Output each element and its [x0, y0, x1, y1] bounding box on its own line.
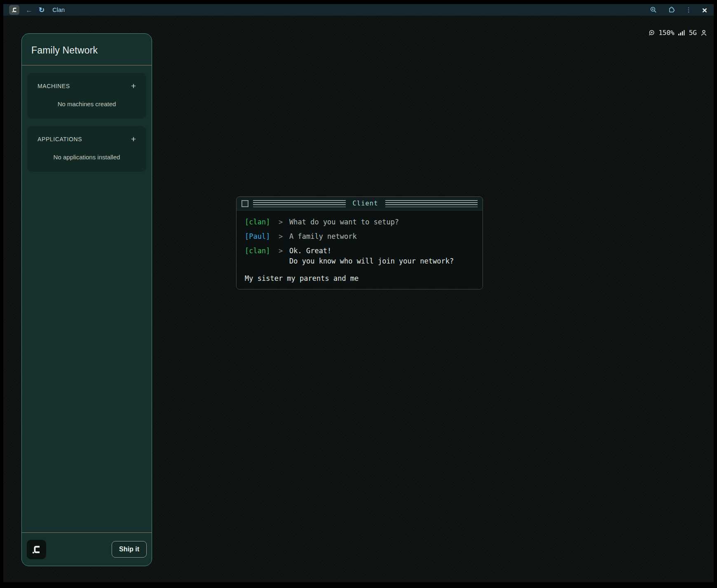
clan-logo-icon: [31, 544, 42, 555]
titlebar-stripes-left: [253, 200, 346, 207]
app-window: ← ↻ Clan ⋮ × 150%: [0, 0, 717, 588]
terminal-title: Client: [350, 200, 381, 207]
machines-section: MACHINES + No machines created: [27, 73, 146, 119]
user-icon[interactable]: [701, 30, 707, 36]
speaker-clan: [clan]: [245, 217, 272, 227]
client-terminal-window: Client [clan] > What do you want to setu…: [236, 196, 483, 289]
header-divider: [22, 65, 152, 65]
machines-section-header: MACHINES +: [37, 82, 136, 90]
terminal-titlebar[interactable]: Client: [237, 197, 483, 210]
reload-icon[interactable]: ↻: [39, 6, 45, 14]
applications-empty-text: No applications installed: [37, 154, 136, 161]
message-text: What do you want to setup?: [289, 217, 399, 227]
add-machine-button[interactable]: +: [131, 82, 136, 90]
clan-footer-logo: [27, 540, 46, 559]
terminal-body: [clan] > What do you want to setup? [Pau…: [237, 210, 483, 289]
network-type-label: 5G: [689, 29, 697, 37]
zoom-level-value: 150%: [658, 29, 675, 37]
menu-kebab-icon[interactable]: ⋮: [686, 6, 692, 14]
network-title: Family Network: [31, 45, 142, 56]
sidebar-spacer: [22, 172, 152, 532]
page-title: Clan: [52, 7, 65, 13]
applications-section-header: APPLICATIONS +: [37, 135, 136, 143]
prompt-separator: >: [272, 246, 289, 256]
message-text: A family network: [289, 232, 357, 241]
close-icon[interactable]: ×: [702, 6, 707, 14]
applications-section: APPLICATIONS + No applications installed: [27, 126, 146, 172]
terminal-close-box[interactable]: [241, 200, 248, 207]
sidebar-panel: Family Network MACHINES + No machines cr…: [21, 33, 152, 566]
extensions-icon[interactable]: [668, 6, 675, 14]
add-application-button[interactable]: +: [131, 135, 136, 143]
message-text: Ok. Great!: [289, 246, 331, 256]
speaker-paul: [Paul]: [245, 232, 272, 241]
speaker-clan: [clan]: [245, 246, 272, 256]
terminal-input-line[interactable]: My sister my parents and me: [245, 274, 474, 283]
zoom-level-icon: [648, 30, 655, 36]
machines-empty-text: No machines created: [37, 100, 136, 107]
chat-message: [clan] > What do you want to setup?: [245, 217, 474, 227]
zoom-in-icon[interactable]: [650, 6, 657, 14]
prompt-separator: >: [272, 217, 289, 227]
browser-topbar: ← ↻ Clan ⋮ ×: [3, 4, 714, 16]
clan-logo-chip: [9, 5, 19, 15]
titlebar-stripes-right: [385, 200, 478, 207]
ship-it-button[interactable]: Ship it: [112, 541, 147, 558]
prompt-separator: >: [272, 232, 289, 241]
app-viewport: 150% 5G Family Network MACHINES: [3, 16, 714, 582]
back-icon[interactable]: ←: [26, 7, 33, 14]
sidebar-footer: Ship it: [22, 532, 152, 566]
applications-label: APPLICATIONS: [37, 136, 82, 142]
clan-logo-icon: [11, 7, 18, 13]
topbar-actions: ⋮ ×: [650, 6, 707, 14]
chat-message: [Paul] > A family network: [245, 232, 474, 241]
machines-label: MACHINES: [37, 83, 70, 89]
signal-bars-icon: [678, 30, 685, 36]
message-text-continuation: Do you know who will join your network?: [289, 257, 474, 266]
status-indicators: 150% 5G: [648, 29, 707, 37]
sidebar-header: Family Network: [22, 34, 152, 65]
chat-message: [clan] > Ok. Great!: [245, 246, 474, 256]
